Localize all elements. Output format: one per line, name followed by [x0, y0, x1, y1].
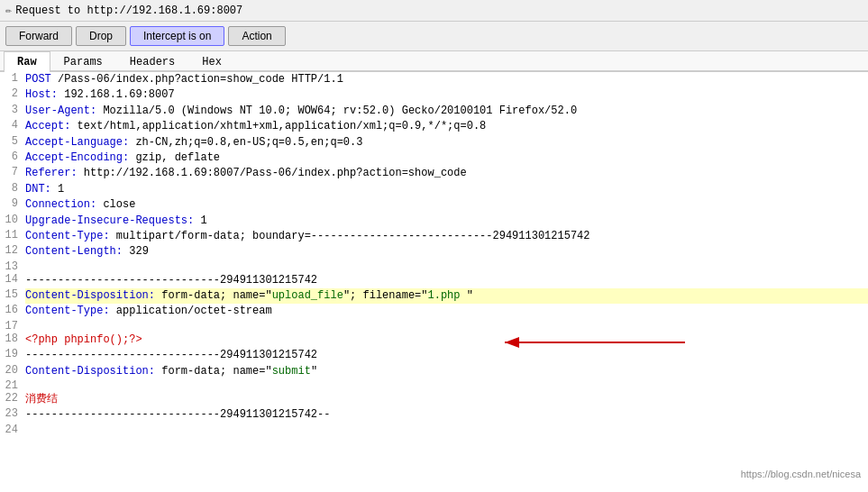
line-content[interactable] [25, 320, 868, 333]
table-row: 6Accept-Encoding: gzip, deflate [0, 150, 868, 166]
line-number: 13 [0, 260, 25, 273]
line-content[interactable]: DNT: 1 [25, 182, 868, 197]
line-number: 20 [0, 364, 25, 379]
intercept-button[interactable]: Intercept is on [130, 26, 224, 46]
line-content[interactable]: Content-Disposition: form-data; name="up… [25, 288, 868, 304]
pencil-icon: ✏ [5, 4, 12, 17]
line-content[interactable]: User-Agent: Mozilla/5.0 (Windows NT 10.0… [25, 104, 868, 119]
line-content[interactable]: Accept-Encoding: gzip, deflate [25, 150, 868, 166]
table-row: 20Content-Disposition: form-data; name="… [0, 364, 868, 379]
toolbar: Forward Drop Intercept is on Action [0, 22, 868, 51]
line-content[interactable]: ------------------------------2949113012… [25, 273, 868, 288]
line-number: 11 [0, 229, 25, 244]
table-row: 17 [0, 320, 868, 333]
tab-hex[interactable]: Hex [188, 51, 235, 72]
line-content[interactable] [25, 424, 868, 436]
tab-headers[interactable]: Headers [116, 51, 188, 72]
line-content[interactable]: Host: 192.168.1.69:8007 [25, 87, 868, 103]
table-row: 13 [0, 260, 868, 273]
line-content[interactable]: ------------------------------2949113012… [25, 407, 868, 423]
line-number: 15 [0, 288, 25, 304]
line-content[interactable]: Accept-Language: zh-CN,zh;q=0.8,en-US;q=… [25, 135, 868, 150]
table-row: 23------------------------------29491130… [0, 407, 868, 423]
watermark: https://blog.csdn.net/nicesa [741, 469, 861, 479]
line-number: 1 [0, 72, 25, 87]
table-row: 7Referer: http://192.168.1.69:8007/Pass-… [0, 166, 868, 181]
line-content[interactable]: Upgrade-Insecure-Requests: 1 [25, 214, 868, 229]
line-number: 17 [0, 320, 25, 333]
tabs-bar: Raw Params Headers Hex [0, 51, 868, 72]
line-number: 24 [0, 424, 25, 436]
line-number: 8 [0, 182, 25, 197]
table-row: 3User-Agent: Mozilla/5.0 (Windows NT 10.… [0, 104, 868, 119]
table-row: 11Content-Type: multipart/form-data; bou… [0, 229, 868, 244]
table-row: 21 [0, 379, 868, 392]
top-bar: ✏ Request to http://192.168.1.69:8007 [0, 0, 868, 22]
table-row: 15Content-Disposition: form-data; name="… [0, 288, 868, 304]
line-content[interactable]: ------------------------------2949113012… [25, 348, 868, 363]
table-row: 12Content-Length: 329 [0, 244, 868, 260]
line-content[interactable]: Content-Type: multipart/form-data; bound… [25, 229, 868, 244]
line-number: 5 [0, 135, 25, 150]
action-button[interactable]: Action [228, 26, 285, 46]
line-content[interactable]: Content-Type: application/octet-stream [25, 304, 868, 319]
line-number: 3 [0, 104, 25, 119]
code-lines: 1POST /Pass-06/index.php?action=show_cod… [0, 72, 868, 436]
line-number: 9 [0, 197, 25, 213]
line-content[interactable]: 消费结 [25, 392, 868, 407]
line-number: 6 [0, 150, 25, 166]
table-row: 18<?php phpinfo();?> [0, 333, 868, 348]
drop-button[interactable]: Drop [76, 26, 126, 46]
line-content[interactable]: Connection: close [25, 197, 868, 213]
line-number: 14 [0, 273, 25, 288]
line-content[interactable]: POST /Pass-06/index.php?action=show_code… [25, 72, 868, 87]
table-row: 24 [0, 424, 868, 436]
line-content[interactable]: Accept: text/html,application/xhtml+xml,… [25, 119, 868, 134]
line-number: 22 [0, 392, 25, 407]
forward-button[interactable]: Forward [5, 26, 72, 46]
table-row: 8DNT: 1 [0, 182, 868, 197]
line-number: 2 [0, 87, 25, 103]
table-row: 19------------------------------29491130… [0, 348, 868, 363]
table-row: 4Accept: text/html,application/xhtml+xml… [0, 119, 868, 134]
line-content[interactable] [25, 260, 868, 273]
table-row: 10Upgrade-Insecure-Requests: 1 [0, 214, 868, 229]
line-number: 21 [0, 379, 25, 392]
tab-params[interactable]: Params [50, 51, 116, 72]
line-number: 18 [0, 333, 25, 348]
table-row: 9Connection: close [0, 197, 868, 213]
table-row: 5Accept-Language: zh-CN,zh;q=0.8,en-US;q… [0, 135, 868, 150]
line-number: 4 [0, 119, 25, 134]
table-row: 2Host: 192.168.1.69:8007 [0, 87, 868, 103]
line-content[interactable] [25, 379, 868, 392]
line-number: 19 [0, 348, 25, 363]
content-area: 1POST /Pass-06/index.php?action=show_cod… [0, 72, 868, 485]
line-content[interactable]: Referer: http://192.168.1.69:8007/Pass-0… [25, 166, 868, 181]
line-number: 23 [0, 407, 25, 423]
line-content[interactable]: <?php phpinfo();?> [25, 333, 868, 348]
line-number: 12 [0, 244, 25, 260]
table-row: 1POST /Pass-06/index.php?action=show_cod… [0, 72, 868, 87]
line-number: 16 [0, 304, 25, 319]
url-text: Request to http://192.168.1.69:8007 [15, 5, 242, 17]
line-number: 7 [0, 166, 25, 181]
line-content[interactable]: Content-Disposition: form-data; name="su… [25, 364, 868, 379]
line-number: 10 [0, 214, 25, 229]
table-row: 22消费结 [0, 392, 868, 407]
table-row: 14------------------------------29491130… [0, 273, 868, 288]
line-content[interactable]: Content-Length: 329 [25, 244, 868, 260]
tab-raw[interactable]: Raw [4, 51, 50, 72]
table-row: 16Content-Type: application/octet-stream [0, 304, 868, 319]
